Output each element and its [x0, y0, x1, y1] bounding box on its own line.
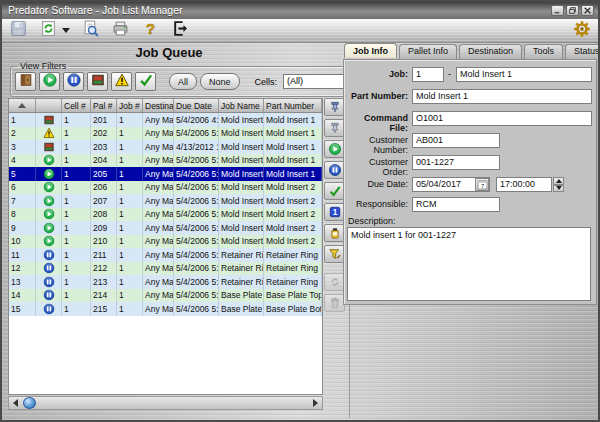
- table-row[interactable]: 1512151Any Mac5/4/2006 5:0Base Plate Bot…: [9, 302, 322, 316]
- print-button[interactable]: [110, 21, 130, 41]
- column-header-Job #[interactable]: Job #: [117, 99, 143, 112]
- filter-play-button[interactable]: [39, 72, 60, 91]
- pause-icon: [43, 263, 54, 274]
- table-row[interactable]: 1312131Any Mac5/4/2006 5:0Retainer RingR…: [9, 275, 322, 289]
- filter-pause-button[interactable]: [63, 72, 84, 91]
- trash-icon: [328, 297, 341, 310]
- close-button[interactable]: [581, 5, 594, 16]
- cell-cell-number: 1: [62, 140, 91, 154]
- table-row[interactable]: 312031Any Mac4/13/2012 1:Mold Insert 1Mo…: [9, 140, 322, 154]
- due-time-field[interactable]: 17:00:00: [496, 177, 552, 192]
- filter-cabinet-button[interactable]: [15, 72, 36, 91]
- column-header-Pal #[interactable]: Pal #: [91, 99, 117, 112]
- part-number-label: Part Number:: [344, 91, 408, 101]
- table-row[interactable]: 812081Any Mac5/4/2006 5:0Mold Insert 2Mo…: [9, 208, 322, 222]
- filter-none-button[interactable]: None: [200, 73, 240, 90]
- cell-status: [36, 289, 62, 303]
- table-row[interactable]: 1112111Any Mac5/4/2006 5:0Retainer RingR…: [9, 248, 322, 262]
- responsible-label: Responsible:: [344, 199, 408, 209]
- cell-job-name: Mold Insert 2: [219, 235, 264, 249]
- scroll-left-icon[interactable]: [9, 397, 22, 409]
- refresh-button[interactable]: [38, 21, 58, 41]
- column-header-Part Number[interactable]: Part Number: [264, 99, 322, 112]
- cell-destination: Any Mac: [143, 113, 174, 127]
- column-header-Cell #[interactable]: Cell #: [62, 99, 91, 112]
- tab-tools[interactable]: Tools: [524, 44, 563, 59]
- table-row[interactable]: 712071Any Mac5/4/2006 5:0Mold Insert 2Mo…: [9, 194, 322, 208]
- cell-row-number: 12: [9, 262, 36, 276]
- calendar-icon[interactable]: 7: [475, 178, 489, 191]
- cell-due-date: 5/4/2006 5:0: [174, 235, 219, 249]
- cell-row-number: 4: [9, 154, 36, 168]
- column-header-sort[interactable]: [9, 99, 36, 112]
- responsible-field[interactable]: RCM: [412, 197, 500, 212]
- table-row[interactable]: 1212121Any Mac5/4/2006 5:0Retainer RingR…: [9, 262, 322, 276]
- cell-pallet-number: 215: [91, 302, 117, 316]
- cell-part-number: Mold Insert 1: [264, 127, 322, 141]
- cell-row-number: 6: [9, 181, 36, 195]
- filter-all-button[interactable]: All: [169, 73, 197, 90]
- refresh-dropdown-icon[interactable]: [62, 28, 70, 33]
- job-number-field[interactable]: 1: [412, 67, 444, 82]
- cell-job-name: Base Plate Bottom: [219, 302, 264, 316]
- pause-icon: [43, 249, 54, 260]
- customer-order-field[interactable]: 001-1227: [412, 155, 500, 170]
- cell-row-number: 5: [9, 167, 36, 181]
- table-row[interactable]: 912091Any Mac5/4/2006 5:0Mold Insert 2Mo…: [9, 221, 322, 235]
- job-table-header: Cell #Pal #Job #DestinaDue DateJob NameP…: [9, 99, 322, 113]
- command-file-field[interactable]: O1001: [412, 111, 592, 126]
- machine-icon: [43, 114, 54, 125]
- customer-number-field[interactable]: AB001: [412, 133, 500, 148]
- column-header-Destina[interactable]: Destina: [143, 99, 174, 112]
- titlebar[interactable]: Predator Software - Job List Manager: [2, 2, 598, 19]
- pause-icon: [43, 290, 54, 301]
- print-preview-button[interactable]: [80, 21, 100, 41]
- horizontal-scrollbar[interactable]: [8, 396, 323, 410]
- column-header-Job Name[interactable]: Job Name: [219, 99, 264, 112]
- tab-job-info[interactable]: Job Info: [344, 43, 397, 58]
- panel-title: Job Queue: [4, 45, 334, 60]
- table-row[interactable]: 1012101Any Mac5/4/2006 5:0Mold Insert 2M…: [9, 235, 322, 249]
- tab-destination[interactable]: Destination: [459, 44, 522, 59]
- cell-part-number: Retainer Ring: [264, 262, 322, 276]
- part-number-field[interactable]: Mold Insert 1: [412, 89, 592, 104]
- exit-button[interactable]: [170, 21, 190, 41]
- exit-icon: [172, 20, 189, 41]
- table-row[interactable]: 612061Any Mac5/4/2006 5:0Mold Insert 2Mo…: [9, 181, 322, 195]
- cell-pallet-number: 206: [91, 181, 117, 195]
- minimize-button[interactable]: [551, 5, 564, 16]
- settings-button[interactable]: [572, 21, 592, 41]
- tab-pallet-info[interactable]: Pallet Info: [399, 44, 457, 59]
- scrollbar-thumb[interactable]: [23, 397, 36, 409]
- filter-machine-button[interactable]: [87, 72, 108, 91]
- cell-status: [36, 262, 62, 276]
- cell-job-number: 1: [117, 181, 143, 195]
- cell-due-date: 5/4/2006 5:0: [174, 221, 219, 235]
- cell-job-name: Mold Insert 1: [219, 127, 264, 141]
- cell-destination: Any Mac: [143, 167, 174, 181]
- time-spin-down-icon[interactable]: [553, 185, 564, 193]
- scroll-right-icon[interactable]: [309, 397, 322, 409]
- column-header-Due Date[interactable]: Due Date: [174, 99, 219, 112]
- table-row[interactable]: 212021Any Mac5/4/2006 5:0Mold Insert 1Mo…: [9, 127, 322, 141]
- table-row[interactable]: 1412141Any Mac5/4/2006 5:0Base Plate Top…: [9, 289, 322, 303]
- filter-warning-button[interactable]: [111, 72, 132, 91]
- description-field[interactable]: Mold insert 1 for 001-1227: [347, 227, 591, 301]
- cell-pallet-number: 208: [91, 208, 117, 222]
- save-button[interactable]: [8, 21, 28, 41]
- cell-job-number: 1: [117, 248, 143, 262]
- help-button[interactable]: ?: [140, 21, 160, 41]
- filter-check-button[interactable]: [135, 72, 156, 91]
- cell-destination: Any Mac: [143, 208, 174, 222]
- tab-status[interactable]: Status: [565, 44, 600, 59]
- column-header-status[interactable]: [36, 99, 62, 112]
- job-name-field[interactable]: Mold Insert 1: [456, 67, 592, 82]
- cell-part-number: Base Plate Botto: [264, 302, 322, 316]
- table-row[interactable]: 412041Any Mac5/4/2006 5:0Mold Insert 1Mo…: [9, 154, 322, 168]
- table-row[interactable]: 112011Any Mac5/4/2006 4:5Mold Insert 1Mo…: [9, 113, 322, 127]
- time-spin-up-icon[interactable]: [553, 177, 564, 185]
- table-row[interactable]: 512051Any Mac5/4/2006 5:0Mold Insert 1Mo…: [9, 167, 322, 181]
- cell-status: [36, 302, 62, 316]
- restore-button[interactable]: [566, 5, 579, 16]
- pin-icon: [328, 101, 341, 114]
